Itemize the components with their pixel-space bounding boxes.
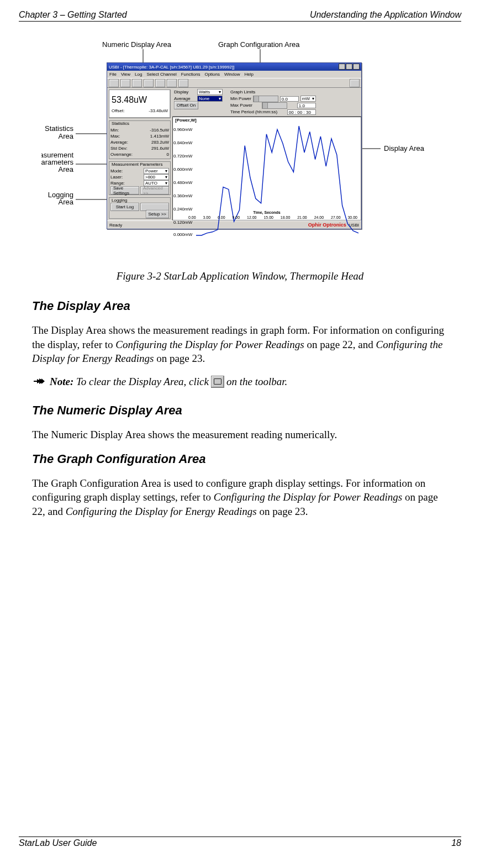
minimize-icon[interactable]	[339, 64, 345, 70]
start-log-button[interactable]: Start Log	[110, 203, 139, 211]
max-power-field[interactable]: 1.0	[297, 103, 315, 108]
menu-file[interactable]: File	[109, 72, 117, 77]
x-axis-label: Time, Seconds	[173, 211, 361, 214]
section-numeric-display: The Numeric Display Area	[32, 403, 448, 418]
toolbar-button[interactable]	[109, 79, 119, 87]
measurement-panel: Measurement Parameters Mode:Power▾ Laser…	[109, 161, 171, 195]
footer-title: StarLab User Guide	[19, 838, 97, 848]
min-power-field[interactable]: 0.0	[279, 96, 298, 102]
toolbar-button[interactable]	[120, 79, 130, 87]
menu-functions[interactable]: Functions	[181, 72, 200, 77]
display-area-graph[interactable]: [Power,W] 0.960mW 0.840mW 0.720mW 0.600m…	[172, 117, 361, 220]
svg-text:Area: Area	[58, 132, 73, 140]
figure: Numeric Display Area Graph Configuration…	[32, 37, 448, 282]
page-number: 18	[451, 838, 461, 848]
log-setup-button[interactable]: Setup >>	[145, 210, 168, 218]
annot-statistics: Statistics	[44, 124, 73, 133]
menu-window[interactable]: Window	[224, 72, 239, 77]
graph-svg	[173, 117, 361, 245]
numeric-value: 53.48uW	[112, 95, 168, 105]
menu-help[interactable]: Help	[244, 72, 253, 77]
clear-display-icon[interactable]	[211, 376, 224, 388]
para-numeric-display: The Numeric Display Area shows the measu…	[32, 428, 448, 442]
toolbar-button[interactable]	[167, 79, 177, 87]
status-ready: Ready	[109, 223, 122, 228]
section-graph-config: The Graph Configuration Area	[32, 452, 448, 466]
display-select[interactable]: Watts▾	[197, 89, 223, 95]
close-icon[interactable]	[353, 64, 360, 70]
toolbar-button[interactable]	[178, 79, 188, 87]
menu-view[interactable]: View	[120, 72, 130, 77]
annot-numeric-display: Numeric Display Area	[102, 40, 172, 49]
menubar[interactable]: File View Log Select Channel Functions O…	[107, 71, 361, 78]
min-scroll[interactable]	[252, 96, 278, 102]
statistics-panel: Statistics Min:-316.5uW Max:1.413mW Aver…	[109, 120, 171, 159]
logging-header: Logging	[110, 198, 169, 203]
toolbar-button[interactable]	[155, 79, 165, 87]
max-scroll[interactable]	[262, 102, 287, 109]
annot-graph-config: Graph Configuration Area	[218, 40, 300, 49]
meas-header: Measurement Parameters	[110, 162, 169, 167]
toolbar-button[interactable]	[350, 79, 360, 87]
display-config-row: DisplayWatts▾ AverageNone▾ Offset On Gra…	[172, 88, 361, 117]
menu-log[interactable]: Log	[135, 72, 142, 77]
stats-header: Statistics	[110, 121, 169, 126]
pointing-hand-icon	[32, 376, 48, 387]
time-period-field[interactable]: 00 : 00 : 30	[287, 109, 315, 115]
section-display-area: The Display Area	[32, 299, 448, 313]
offset-on-button[interactable]: Offset On	[174, 101, 198, 109]
para-graph-config: The Graph Configuration Area is used to …	[32, 476, 448, 519]
mode-select[interactable]: Power▾	[144, 168, 169, 174]
toolbar-button[interactable]	[132, 79, 142, 87]
save-settings-button[interactable]: Save Settings	[110, 186, 139, 194]
header-left: Chapter 3 – Getting Started	[19, 10, 127, 20]
app-window: USBI - [Thermopile: 3A-P-CAL [s/n:34567]…	[107, 62, 362, 229]
svg-text:Area: Area	[58, 165, 73, 173]
window-titlebar[interactable]: USBI - [Thermopile: 3A-P-CAL [s/n:34567]…	[107, 63, 361, 71]
menu-select-channel[interactable]: Select Channel	[146, 72, 176, 77]
offset-value: -33.48uW	[149, 108, 168, 113]
logging-panel: Logging Start Log Setup >>	[109, 197, 171, 219]
maximize-icon[interactable]	[346, 64, 352, 70]
x-axis: 0.003.006.009.0012.0015.0018.0021.0024.0…	[173, 215, 361, 219]
average-select[interactable]: None▾	[197, 96, 223, 102]
offset-label: Offset:	[112, 108, 124, 113]
note-line: Note: To clear the Display Area, click o…	[32, 376, 448, 388]
toolbar	[107, 78, 361, 88]
menu-options[interactable]: Options	[204, 72, 220, 77]
laser-select[interactable]: >800▾	[144, 174, 169, 180]
min-unit-select[interactable]: mW▾	[300, 96, 315, 102]
advanced-button[interactable]: Advanced >>	[140, 186, 169, 194]
numeric-display: 53.48uW Offset:-33.48uW	[109, 90, 171, 118]
svg-text:Area: Area	[58, 198, 73, 206]
para-display-area: The Display Area shows the measurement r…	[32, 323, 448, 366]
figure-caption: Figure 3-2 StarLab Application Window, T…	[32, 270, 448, 282]
window-buttons[interactable]	[338, 64, 360, 71]
header-right: Understanding the Application Window	[310, 10, 461, 20]
toolbar-button[interactable]	[144, 79, 154, 87]
annot-display-area: Display Area	[384, 144, 425, 152]
window-title: USBI - [Thermopile: 3A-P-CAL [s/n:34567]…	[109, 65, 234, 70]
